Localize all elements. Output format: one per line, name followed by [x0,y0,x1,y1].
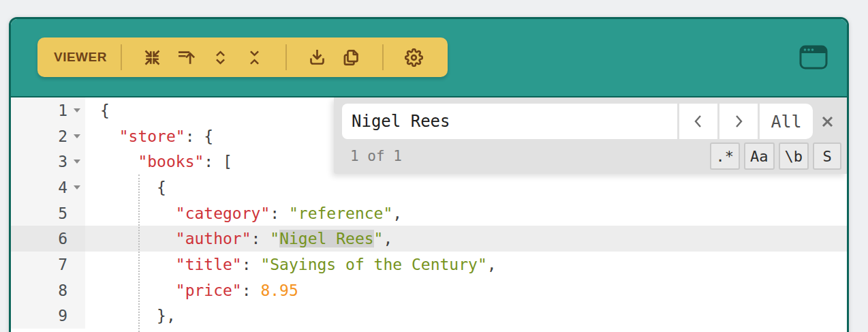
code-content[interactable]: "author": "Nigel Rees", [85,226,847,252]
code-token: "books" [138,153,204,170]
gear-icon [405,48,423,67]
line-number: 8 [11,277,85,303]
code-token: : { [185,127,214,145]
code-token: " [374,230,384,247]
sort-ascending-icon [177,48,196,67]
download-button[interactable] [306,46,329,69]
code-editor: 1{2 "store": {3 "books": [4 {5 "category… [11,97,847,332]
window-mode-button[interactable] [799,44,828,70]
line-number: 7 [11,252,85,277]
download-icon [308,48,326,67]
close-search-button[interactable] [813,104,841,139]
code-token: , [487,256,497,273]
chevron-left-icon [693,114,704,129]
regexp-toggle-button[interactable]: .* [710,142,741,170]
json-editor-panel: VIEWER [9,17,849,332]
fold-arrow-icon[interactable] [74,185,80,190]
code-token: "title" [176,256,242,273]
previous-match-button[interactable] [679,104,717,139]
copy-button[interactable] [340,46,363,69]
code-token: : [ [204,153,232,170]
sort-button[interactable] [175,46,198,69]
compress-button[interactable] [141,46,164,69]
match-case-toggle-button[interactable]: Aa [744,142,775,170]
code-line: 5 "category": "reference", [11,200,847,226]
code-line: 9 }, [11,303,847,329]
code-content[interactable]: "title": "Sayings of the Century", [85,252,847,277]
expand-all-button[interactable] [209,46,232,69]
search-match-highlight: Nigel Rees [279,230,373,247]
fold-arrow-icon[interactable] [74,134,80,138]
line-number: 4 [11,175,85,200]
line-number: 1 [11,97,85,123]
code-token: : [242,256,261,273]
line-number: 6 [11,226,85,252]
selection-toggle-button[interactable]: S [813,142,841,170]
search-bottom-row: 1 of 1 .*Aa\bS [342,142,841,170]
code-token: : [242,282,261,299]
search-toggles: .*Aa\bS [710,142,842,170]
match-count: 1 of 1 [350,148,402,164]
code-line: 8 "price": 8.95 [11,277,847,303]
expand-all-icon [212,49,229,66]
code-token: : [270,205,289,222]
code-token: , [383,230,392,247]
toolbar-divider [121,44,122,70]
code-token: , [392,205,402,222]
code-content[interactable]: { [85,175,847,200]
code-token: "category" [176,205,270,222]
code-line: 7 "title": "Sayings of the Century", [11,252,847,277]
code-token [100,153,138,170]
code-token: " [270,230,279,247]
code-token [100,256,176,273]
code-token [100,307,157,325]
code-token [100,127,119,145]
collapse-all-button[interactable] [243,46,266,69]
toolbar-divider [382,44,384,70]
fold-arrow-icon[interactable] [74,160,80,164]
line-number: 9 [11,303,85,329]
code-token [100,179,157,196]
code-token: 8.95 [260,282,298,299]
code-token [100,230,176,247]
fold-arrow-icon[interactable] [74,108,80,112]
code-token [100,282,176,299]
code-token: { [157,179,166,196]
browser-window-icon [799,45,828,70]
code-content[interactable]: }, [85,303,847,329]
settings-button[interactable] [403,46,426,69]
code-content[interactable]: "price": 8.95 [85,277,847,303]
toolbar-divider [285,44,287,70]
copy-icon [342,48,360,67]
code-content[interactable]: "category": "reference", [85,200,847,226]
code-token: "author" [176,230,251,247]
code-line: 4 { [11,175,847,200]
search-top-row: All [342,104,841,139]
code-token: "price" [176,282,242,299]
next-match-button[interactable] [719,104,758,139]
line-number: 3 [11,149,85,175]
code-token [100,205,176,222]
collapse-all-icon [246,49,263,66]
code-token: "Sayings of the Century" [260,256,486,273]
chevron-right-icon [733,114,744,129]
search-input[interactable] [342,104,677,139]
line-number: 5 [11,200,85,226]
toolbar: VIEWER [37,37,448,77]
mode-label: VIEWER [54,50,107,65]
code-token: { [100,102,110,119]
code-token: "store" [119,127,185,145]
select-all-matches-button[interactable]: All [760,104,813,139]
search-panel: All 1 of 1 .*Aa\bS [334,97,847,174]
code-token: }, [157,307,176,325]
line-number: 2 [11,123,85,149]
code-token: : [251,230,270,247]
code-token: "reference" [289,205,392,222]
compress-icon [143,48,161,67]
editor-header: VIEWER [11,19,847,97]
whole-word-toggle-button[interactable]: \b [779,142,809,170]
close-icon [821,115,834,128]
code-line: 6 "author": "Nigel Rees", [11,226,847,252]
